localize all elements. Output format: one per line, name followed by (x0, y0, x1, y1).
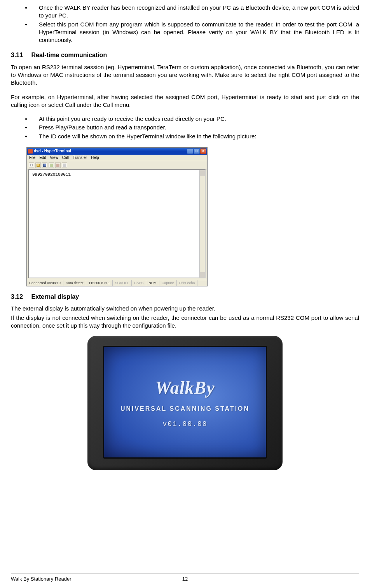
status-scroll: SCROLL (113, 280, 132, 286)
section-number: 3.11 (11, 51, 30, 59)
status-connected: Connected 08:08:19 (27, 280, 63, 286)
bullet-item: Once the WALK BY reader has been recogni… (39, 4, 359, 20)
bullet-item: At this point you are ready to receive t… (39, 115, 359, 123)
open-icon[interactable] (35, 162, 41, 168)
status-bar: Connected 08:08:19 Auto detect 115200 8-… (27, 280, 207, 286)
window-controls: _ □ X (187, 148, 206, 154)
terminal-line: 999270920100011 (32, 172, 71, 177)
section-number: 3.12 (11, 293, 30, 301)
version-text: v01.00.00 (162, 419, 207, 429)
toolbar (27, 161, 207, 169)
status-num: NUM (146, 280, 159, 286)
menubar: File Edit View Call Transfer Help (27, 155, 207, 161)
intro-bullets: Once the WALK BY reader has been recogni… (11, 4, 359, 44)
terminal-output: 999270920100011 (28, 169, 206, 278)
display-device: WalkBy UNIVERSAL SCANNING STATION v01.00… (87, 336, 283, 470)
status-detect: Auto detect (63, 280, 86, 286)
paragraph: For example, on Hyperterminal, after hav… (11, 93, 359, 109)
close-button[interactable]: X (200, 148, 206, 154)
hyperterminal-screenshot: dsd - HyperTerminal _ □ X File Edit View… (26, 147, 359, 286)
menu-view[interactable]: View (50, 156, 58, 160)
brand-text: WalkBy (155, 376, 215, 400)
page-number: 12 (182, 576, 188, 583)
bullet-item: Select this port COM from any program wh… (39, 21, 359, 44)
properties-icon[interactable] (62, 162, 67, 168)
external-display-photo: WalkBy UNIVERSAL SCANNING STATION v01.00… (87, 336, 283, 470)
maximize-button[interactable]: □ (194, 148, 200, 154)
section-3-12-heading: 3.12 External display (11, 293, 359, 301)
window-title: dsd - HyperTerminal (34, 149, 187, 153)
status-echo: Print echo (177, 280, 198, 286)
menu-call[interactable]: Call (62, 156, 69, 160)
vertical-scrollbar[interactable] (199, 170, 205, 277)
section-title: External display (31, 293, 79, 300)
status-capture: Capture (159, 280, 177, 286)
window-titlebar: dsd - HyperTerminal _ □ X (27, 148, 207, 155)
disconnect-icon[interactable] (55, 162, 61, 168)
subtitle-text: UNIVERSAL SCANNING STATION (120, 405, 250, 413)
steps-bullets: At this point you are ready to receive t… (11, 115, 359, 140)
footer-title: Walk By Stationary Reader (11, 576, 72, 583)
paragraph: If the display is not connected when swi… (11, 314, 359, 330)
paragraph: The external display is automatically sw… (11, 305, 359, 312)
menu-transfer[interactable]: Transfer (73, 156, 87, 160)
menu-file[interactable]: File (29, 156, 35, 160)
save-icon[interactable] (42, 162, 47, 168)
minimize-button[interactable]: _ (187, 148, 193, 154)
status-caps: CAPS (132, 280, 147, 286)
menu-help[interactable]: Help (91, 156, 99, 160)
section-3-11-heading: 3.11 Real-time communication (11, 51, 359, 59)
app-icon (28, 149, 33, 154)
bullet-item: Press Play/Pause button and read a trans… (39, 124, 359, 131)
hyperterminal-window: dsd - HyperTerminal _ □ X File Edit View… (26, 147, 208, 286)
section-title: Real-time communication (31, 52, 107, 58)
menu-edit[interactable]: Edit (39, 156, 46, 160)
status-params: 115200 8-N-1 (86, 280, 113, 286)
page-footer: Walk By Stationary Reader 12 (11, 574, 359, 583)
display-screen: WalkBy UNIVERSAL SCANNING STATION v01.00… (103, 346, 267, 459)
new-icon[interactable] (29, 162, 34, 168)
paragraph: To open an RS232 terminal session (eg. H… (11, 63, 359, 87)
bullet-item: The ID code will be shown on the HyperTe… (39, 133, 359, 140)
call-icon[interactable] (49, 162, 54, 168)
